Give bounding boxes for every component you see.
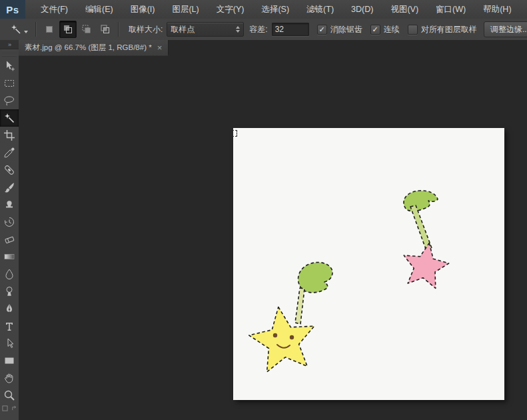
eyedropper-icon [3, 147, 15, 159]
swap-colors-icon[interactable] [11, 405, 17, 411]
tool-direct-selection[interactable] [0, 335, 19, 352]
anti-alias-option: ✓消除锯齿 [317, 24, 362, 35]
pink-star-plant [404, 191, 449, 289]
sample-all-layers-checkbox[interactable] [408, 25, 418, 35]
tool-type[interactable] [0, 317, 19, 335]
history-brush-icon [3, 216, 15, 228]
toolbar-bottom-icons [0, 405, 19, 413]
zoom-icon [3, 389, 15, 401]
menu-item-edit[interactable]: 编辑(E) [77, 0, 122, 19]
crop-icon [3, 129, 15, 141]
tool-brush[interactable] [0, 179, 19, 196]
mask-icon[interactable] [2, 405, 8, 411]
hand-icon [3, 372, 15, 384]
contiguous-checkbox[interactable]: ✓ [370, 25, 380, 35]
clone-stamp-icon [3, 199, 15, 211]
sample-size-label: 取样大小: [129, 24, 163, 35]
blur-icon [3, 268, 15, 280]
rectangle-icon [3, 355, 15, 367]
move-icon [3, 60, 15, 72]
spinner-icon [236, 26, 240, 33]
menu-item-type[interactable]: 文字(Y) [208, 0, 253, 19]
tool-marquee[interactable] [0, 75, 19, 92]
menu-bar: Ps 文件(F)编辑(E)图像(I)图层(L)文字(Y)选择(S)滤镜(T)3D… [0, 0, 527, 19]
spot-healing-icon [3, 164, 15, 176]
menu-item-3d[interactable]: 3D(D) [342, 0, 382, 19]
magic-wand-icon [10, 23, 22, 35]
tool-blur[interactable] [0, 265, 19, 283]
eraser-icon [3, 233, 15, 245]
yellow-plant-leaf [298, 262, 332, 292]
menu-item-view[interactable]: 视图(V) [382, 0, 427, 19]
dodge-icon [3, 285, 15, 297]
add-to-selection-icon [62, 23, 74, 35]
menu-items: 文件(F)编辑(E)图像(I)图层(L)文字(Y)选择(S)滤镜(T)3D(D)… [32, 0, 520, 19]
anti-alias-checkbox[interactable]: ✓ [317, 25, 327, 35]
tool-lasso[interactable] [0, 92, 19, 109]
tool-magic-wand[interactable] [0, 109, 19, 127]
anti-alias-label: 消除锯齿 [330, 24, 362, 35]
sample-size-dropdown[interactable]: 取样点 [167, 22, 244, 37]
document-tab-title: 素材.jpg @ 66.7% (图层 1, RGB/8#) * [25, 43, 152, 53]
menu-item-file[interactable]: 文件(F) [32, 0, 77, 19]
type-icon [3, 320, 15, 332]
yellow-star [249, 307, 314, 372]
options-checkboxes: ✓消除锯齿✓连续对所有图层取样 [309, 24, 477, 35]
new-selection-button[interactable] [41, 21, 58, 38]
add-to-selection-button[interactable] [59, 21, 77, 38]
canvas-area[interactable] [19, 56, 527, 420]
panel-grip[interactable] [2, 50, 17, 57]
tool-eyedropper[interactable] [0, 144, 19, 161]
refine-edge-button[interactable]: 调整边缘... [484, 21, 527, 37]
tool-move[interactable] [0, 57, 19, 75]
yellow-plant-stem [295, 288, 304, 324]
menu-item-select[interactable]: 选择(S) [253, 0, 298, 19]
artwork [233, 128, 504, 400]
star-eye-left [273, 333, 277, 337]
collapse-panel-button[interactable]: » [0, 40, 19, 49]
menu-item-help[interactable]: 帮助(H) [474, 0, 520, 19]
tool-pen[interactable] [0, 300, 19, 317]
intersect-selections-button[interactable] [97, 21, 114, 38]
menu-item-filter[interactable]: 滤镜(T) [298, 0, 342, 19]
tool-rectangle[interactable] [0, 352, 19, 369]
tolerance-label: 容差: [249, 24, 267, 35]
pen-icon [3, 303, 15, 315]
tool-hand[interactable] [0, 369, 19, 387]
tool-preset-picker[interactable] [7, 21, 31, 37]
sample-all-layers-option: 对所有图层取样 [408, 24, 477, 35]
tool-dodge[interactable] [0, 283, 19, 300]
separator [35, 22, 37, 37]
tolerance-input[interactable] [272, 23, 309, 36]
menu-item-layer[interactable]: 图层(L) [163, 0, 207, 19]
pink-plant-leaf [404, 191, 438, 211]
menu-item-window[interactable]: 窗口(W) [427, 0, 474, 19]
sample-all-layers-label: 对所有图层取样 [421, 24, 477, 35]
document-tab[interactable]: 素材.jpg @ 66.7% (图层 1, RGB/8#) * × [19, 40, 169, 56]
tab-close-button[interactable]: × [157, 43, 163, 52]
tool-crop[interactable] [0, 127, 19, 144]
yellow-star-plant [249, 262, 332, 371]
contiguous-label: 连续 [384, 24, 400, 35]
intersect-selections-icon [99, 23, 111, 35]
magic-wand-icon [3, 112, 15, 124]
tool-gradient[interactable] [0, 248, 19, 265]
tool-spot-healing[interactable] [0, 161, 19, 179]
tool-options-bar: 取样大小: 取样点 容差: ✓消除锯齿✓连续对所有图层取样 调整边缘... [0, 19, 527, 41]
new-selection-icon [43, 23, 55, 35]
document-tab-bar: 素材.jpg @ 66.7% (图层 1, RGB/8#) * × [19, 40, 527, 56]
tool-clone-stamp[interactable] [0, 196, 19, 213]
lasso-icon [3, 95, 15, 107]
document-canvas[interactable] [233, 128, 504, 400]
tool-list [0, 57, 19, 404]
tool-eraser[interactable] [0, 231, 19, 248]
brush-icon [3, 181, 15, 193]
tools-panel: » [0, 40, 19, 420]
direct-selection-icon [3, 337, 15, 349]
subtract-from-selection-button[interactable] [78, 21, 95, 38]
selection-mode-buttons [41, 21, 114, 38]
tool-zoom[interactable] [0, 387, 19, 404]
marquee-icon [3, 77, 15, 89]
tool-history-brush[interactable] [0, 213, 19, 231]
menu-item-image[interactable]: 图像(I) [122, 0, 164, 19]
